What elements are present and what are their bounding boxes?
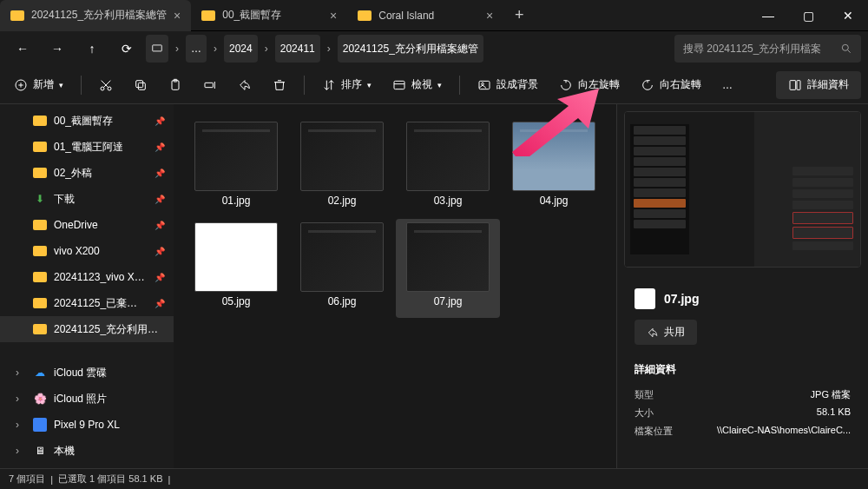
file-name: 02.jpg (328, 195, 357, 207)
back-button[interactable]: ← (7, 35, 38, 63)
search-placeholder: 搜尋 20241125_充分利用檔案 (683, 42, 840, 56)
tab[interactable]: Coral Island × (347, 0, 503, 31)
file-name: 07.jpg (434, 295, 463, 307)
chevron-icon: › (324, 43, 334, 55)
svg-rect-0 (153, 45, 162, 51)
minimize-button[interactable]: — (748, 0, 788, 31)
new-tab-button[interactable]: + (503, 6, 535, 24)
close-button[interactable]: ✕ (828, 0, 868, 31)
chevron-icon: › (16, 393, 26, 405)
sidebar-item[interactable]: 20241125_已棄用軟體清📌 (0, 290, 174, 316)
sidebar-item-label: 01_電腦王阿達 (54, 140, 148, 155)
close-icon[interactable]: × (486, 9, 493, 23)
folder-icon (33, 296, 47, 310)
breadcrumb-segment[interactable]: 202411 (275, 35, 320, 63)
file-item[interactable]: 01.jpg (184, 118, 288, 217)
sidebar: 00_截圖暫存📌01_電腦王阿達📌02_外稿📌⬇下載📌OneDrive📌vivo… (0, 104, 174, 489)
delete-button[interactable] (266, 71, 293, 99)
svg-line-2 (848, 50, 851, 53)
tab[interactable]: 00_截圖暫存 × (191, 0, 347, 31)
file-item[interactable]: 04.jpg (502, 118, 606, 217)
sidebar-item[interactable]: ⬇下載📌 (0, 186, 174, 212)
tab-active[interactable]: 20241125_充分利用檔案總管 × (0, 0, 191, 31)
folder-icon (10, 10, 24, 21)
sidebar-item[interactable]: 20241125_充分利用檔案總 (0, 316, 174, 342)
detail-row: 檔案位置\\ClaireC-NAS\homes\ClaireC... (635, 422, 851, 440)
chevron-icon: › (16, 367, 26, 379)
pin-icon: 📌 (155, 299, 165, 308)
sidebar-item-label: vivo X200 (54, 245, 148, 257)
file-item[interactable]: 02.jpg (290, 118, 394, 217)
svg-point-1 (842, 44, 848, 50)
details-button[interactable]: 詳細資料 (776, 71, 861, 99)
status-selected: 已選取 1 個項目 58.1 KB (58, 472, 162, 486)
tab-label: 20241125_充分利用檔案總管 (31, 8, 167, 23)
more-button[interactable]: … (715, 71, 740, 99)
chevron-down-icon: ▾ (437, 81, 442, 89)
sidebar-item-label: iCloud 照片 (54, 392, 165, 406)
phone-icon (33, 418, 47, 432)
maximize-button[interactable]: ▢ (788, 0, 828, 31)
copy-button[interactable] (127, 71, 155, 99)
file-item[interactable]: 07.jpg (396, 219, 500, 318)
rotate-right-icon (641, 78, 654, 92)
path-more[interactable]: … (186, 35, 207, 63)
sidebar-item-label: 00_截圖暫存 (54, 114, 148, 129)
close-icon[interactable]: × (330, 9, 337, 23)
detail-row: 大小58.1 KB (635, 404, 851, 422)
path-root[interactable] (146, 35, 168, 63)
svg-rect-14 (205, 83, 213, 87)
file-item[interactable]: 06.jpg (290, 219, 394, 318)
share-button[interactable] (231, 71, 259, 99)
file-info: 07.jpg 共用 詳細資料 類型JPG 檔案大小58.1 KB檔案位置\\Cl… (617, 274, 868, 454)
sidebar-item[interactable]: 20241123_vivo X200 Pro📌 (0, 264, 174, 290)
sidebar-item[interactable]: OneDrive📌 (0, 212, 174, 238)
svg-rect-25 (797, 80, 800, 89)
refresh-button[interactable]: ⟳ (111, 35, 142, 63)
rename-button[interactable] (196, 71, 224, 99)
folder-icon (201, 10, 215, 21)
search-input[interactable]: 搜尋 20241125_充分利用檔案 (674, 35, 861, 63)
file-item[interactable]: 05.jpg (184, 219, 288, 318)
set-background-button[interactable]: 設成背景 (470, 71, 545, 99)
up-button[interactable]: ↑ (76, 35, 108, 63)
folder-icon (358, 10, 372, 21)
sidebar-item[interactable]: ›🌸iCloud 照片 (0, 386, 174, 412)
new-button[interactable]: 新增 ▾ (7, 71, 70, 99)
forward-button[interactable]: → (42, 35, 73, 63)
breadcrumb-segment[interactable]: 2024 (224, 35, 258, 63)
sidebar-item[interactable]: ›☁iCloud 雲碟 (0, 360, 174, 386)
close-icon[interactable]: × (174, 9, 181, 23)
sidebar-item[interactable]: ›🖥本機 (0, 438, 174, 464)
breadcrumb-segment[interactable]: 20241125_充分利用檔案總管 (338, 35, 483, 63)
chevron-icon: › (210, 43, 220, 55)
cut-button[interactable] (92, 71, 120, 99)
view-button[interactable]: 檢視 ▾ (385, 71, 449, 99)
sidebar-item-label: Pixel 9 Pro XL (54, 419, 165, 431)
sidebar-item[interactable]: vivo X200📌 (0, 238, 174, 264)
svg-rect-24 (790, 80, 796, 89)
pin-icon: 📌 (155, 273, 165, 282)
sidebar-item[interactable]: ›Pixel 9 Pro XL (0, 412, 174, 438)
svg-rect-26 (641, 295, 650, 302)
sidebar-item-label: 20241125_已棄用軟體清 (54, 296, 148, 311)
sidebar-item[interactable]: 01_電腦王阿達📌 (0, 134, 174, 160)
folder-icon (33, 244, 47, 258)
paste-button[interactable] (161, 71, 189, 99)
details-icon (788, 78, 802, 92)
sidebar-item[interactable]: 00_截圖暫存📌 (0, 108, 174, 134)
sort-button[interactable]: 排序 ▾ (315, 71, 378, 99)
rotate-left-icon (559, 78, 573, 92)
preview-filename: 07.jpg (664, 292, 699, 306)
file-grid: 01.jpg02.jpg03.jpg04.jpg05.jpg06.jpg07.j… (174, 104, 616, 489)
file-item[interactable]: 03.jpg (396, 118, 500, 217)
share-icon (647, 327, 659, 339)
folder-icon (33, 140, 47, 154)
svg-rect-11 (136, 80, 143, 87)
rotate-right-button[interactable]: 向右旋轉 (634, 71, 708, 99)
sidebar-item[interactable]: 02_外稿📌 (0, 160, 174, 186)
main: 00_截圖暫存📌01_電腦王阿達📌02_外稿📌⬇下載📌OneDrive📌vivo… (0, 104, 868, 489)
rotate-left-button[interactable]: 向左旋轉 (552, 71, 627, 99)
share-button[interactable]: 共用 (635, 320, 697, 345)
sidebar-item-label: 20241125_充分利用檔案總 (54, 322, 165, 337)
